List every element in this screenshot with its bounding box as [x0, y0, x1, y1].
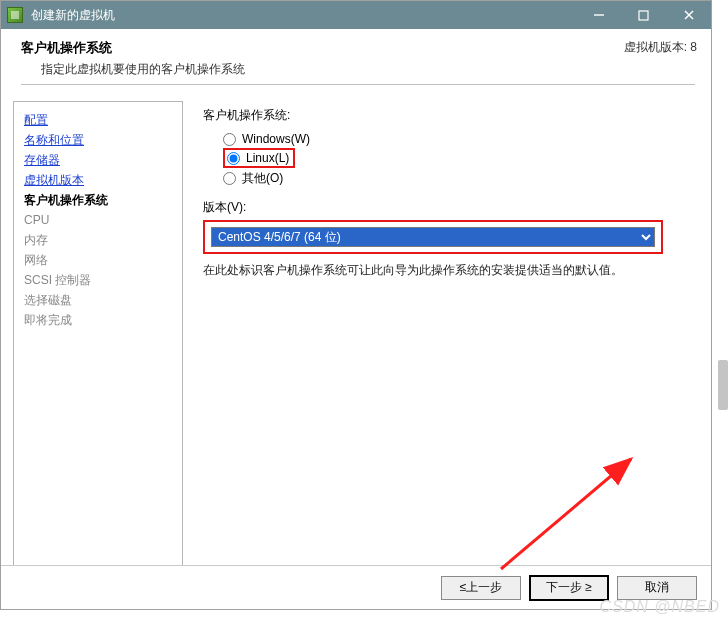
wizard-main: 客户机操作系统: Windows(W) Linux(L) 其他(O) [183, 93, 711, 591]
sidebar-item-guest-os: 客户机操作系统 [24, 193, 108, 207]
sidebar-item-config[interactable]: 配置 [24, 113, 48, 127]
sidebar-item-select-disk: 选择磁盘 [24, 293, 72, 307]
version-select[interactable]: CentOS 4/5/6/7 (64 位) [211, 227, 655, 247]
radio-windows-input[interactable] [223, 133, 236, 146]
next-button[interactable]: 下一步 ≥ [529, 575, 609, 601]
vm-version-info: 虚拟机版本: 8 [624, 39, 697, 56]
page-title: 客户机操作系统 [21, 39, 695, 57]
wizard-steps-sidebar: 配置 名称和位置 存储器 虚拟机版本 客户机操作系统 CPU 内存 网络 SCS… [13, 101, 183, 581]
sidebar-item-vm-version[interactable]: 虚拟机版本 [24, 173, 84, 187]
app-icon [7, 7, 23, 23]
wizard-header: 客户机操作系统 指定此虚拟机要使用的客户机操作系统 虚拟机版本: 8 [1, 29, 711, 93]
version-label: 版本(V): [203, 199, 691, 216]
sidebar-item-ready: 即将完成 [24, 313, 72, 327]
sidebar-item-cpu: CPU [24, 213, 49, 227]
radio-linux-label: Linux(L) [246, 151, 289, 165]
close-icon [683, 9, 695, 21]
window-controls [576, 1, 711, 29]
radio-other-input[interactable] [223, 172, 236, 185]
page-scrollbar-thumb[interactable] [718, 360, 728, 410]
sidebar-item-name-location[interactable]: 名称和位置 [24, 133, 84, 147]
radio-other-label: 其他(O) [242, 170, 283, 187]
radio-linux[interactable]: Linux(L) [227, 151, 289, 165]
wizard-window: 创建新的虚拟机 客户机操作系统 指定此虚拟机要使用的客户机操作系统 虚拟机版本:… [0, 0, 712, 610]
radio-other[interactable]: 其他(O) [223, 168, 691, 189]
back-button[interactable]: ≤上一步 [441, 576, 521, 600]
maximize-button[interactable] [621, 1, 666, 29]
titlebar: 创建新的虚拟机 [1, 1, 711, 29]
radio-windows[interactable]: Windows(W) [223, 130, 691, 148]
minimize-button[interactable] [576, 1, 621, 29]
highlight-version-select: CentOS 4/5/6/7 (64 位) [203, 220, 663, 254]
maximize-icon [638, 10, 649, 21]
window-title: 创建新的虚拟机 [31, 7, 576, 24]
cancel-button[interactable]: 取消 [617, 576, 697, 600]
sidebar-item-scsi: SCSI 控制器 [24, 273, 91, 287]
wizard-body: 配置 名称和位置 存储器 虚拟机版本 客户机操作系统 CPU 内存 网络 SCS… [1, 93, 711, 591]
svg-rect-1 [639, 11, 648, 20]
page-subtitle: 指定此虚拟机要使用的客户机操作系统 [21, 61, 695, 78]
guest-os-radio-group: Windows(W) Linux(L) 其他(O) [223, 130, 691, 189]
guest-os-label: 客户机操作系统: [203, 107, 691, 124]
wizard-footer: ≤上一步 下一步 ≥ 取消 [1, 565, 711, 609]
sidebar-item-storage[interactable]: 存储器 [24, 153, 60, 167]
highlight-linux: Linux(L) [223, 148, 295, 168]
header-divider [21, 84, 695, 85]
radio-windows-label: Windows(W) [242, 132, 310, 146]
guest-os-hint: 在此处标识客户机操作系统可让此向导为此操作系统的安装提供适当的默认值。 [203, 262, 691, 279]
minimize-icon [593, 9, 605, 21]
close-button[interactable] [666, 1, 711, 29]
radio-linux-input[interactable] [227, 152, 240, 165]
sidebar-item-network: 网络 [24, 253, 48, 267]
sidebar-item-memory: 内存 [24, 233, 48, 247]
